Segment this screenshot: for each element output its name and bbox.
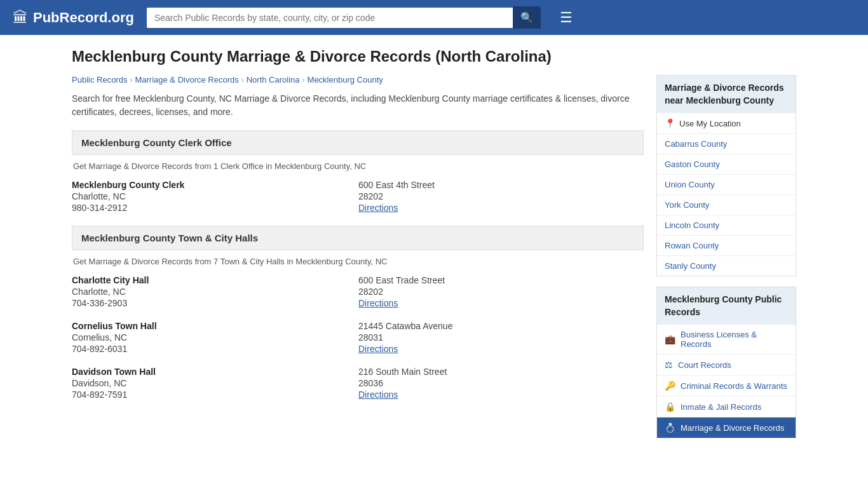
pr-inmate-label: Inmate & Jail Records: [681, 402, 761, 412]
breadcrumb-sep-1: ›: [130, 76, 132, 85]
pr-marriage-label: Marriage & Divorce Records: [681, 423, 784, 433]
breadcrumb: Public Records › Marriage & Divorce Reco…: [72, 75, 644, 85]
public-records-header: Mecklenburg County Public Records: [657, 287, 796, 325]
site-header: 🏛 PubRecord.org 🔍 ☰: [0, 0, 868, 35]
directions-link-1-0[interactable]: Directions: [358, 298, 398, 308]
nearby-header: Marriage & Divorce Records near Mecklenb…: [657, 76, 796, 113]
record-phone-1-0: 704-336-2903: [72, 298, 357, 308]
record-entry-cornelius-town-hall: Cornelius Town Hall 21445 Catawba Avenue…: [72, 321, 644, 354]
public-records-list: 💼 Business Licenses & Records ⚖ Court Re…: [657, 325, 796, 438]
menu-button[interactable]: ☰: [560, 11, 573, 25]
search-button[interactable]: 🔍: [513, 6, 541, 29]
criminal-icon: 🔑: [665, 381, 675, 391]
section-townhall: Mecklenburg County Town & City Halls Get…: [72, 226, 644, 400]
nearby-county-rowan[interactable]: Rowan County: [657, 236, 796, 256]
business-icon: 💼: [665, 334, 675, 344]
nearby-county-york[interactable]: York County: [657, 195, 796, 215]
pr-criminal[interactable]: 🔑 Criminal Records & Warrants: [657, 376, 796, 396]
record-city-1-0: Charlotte, NC: [72, 287, 357, 297]
breadcrumb-link-public-records[interactable]: Public Records: [72, 75, 127, 85]
section-header-clerk: Mecklenburg County Clerk Office: [72, 130, 644, 155]
site-logo[interactable]: 🏛 PubRecord.org: [13, 9, 134, 27]
left-content: Public Records › Marriage & Divorce Reco…: [72, 75, 644, 449]
nearby-county-cabarrus[interactable]: Cabarrus County: [657, 134, 796, 154]
pr-court-label: Court Records: [678, 360, 731, 370]
pr-inmate[interactable]: 🔒 Inmate & Jail Records: [657, 396, 796, 417]
record-entry-mecklenburg-clerk: Mecklenburg County Clerk 600 East 4th St…: [72, 180, 644, 213]
nearby-counties-box: Marriage & Divorce Records near Mecklenb…: [656, 75, 796, 276]
record-zip-1-1: 28031: [358, 332, 644, 342]
use-location-label: Use My Location: [679, 119, 741, 128]
section-header-townhall: Mecklenburg County Town & City Halls: [72, 226, 644, 250]
breadcrumb-sep-3: ›: [302, 76, 305, 85]
page-title: Mecklenburg County Marriage & Divorce Re…: [72, 48, 796, 65]
public-records-box: Mecklenburg County Public Records 💼 Busi…: [656, 287, 796, 438]
breadcrumb-link-nc[interactable]: North Carolina: [247, 75, 300, 85]
nearby-county-lincoln[interactable]: Lincoln County: [657, 215, 796, 236]
breadcrumb-link-mecklenburg[interactable]: Mecklenburg County: [308, 75, 383, 85]
record-city-1-2: Davidson, NC: [72, 378, 357, 388]
use-location-item[interactable]: 📍 Use My Location: [657, 113, 796, 134]
section-clerk: Mecklenburg County Clerk Office Get Marr…: [72, 130, 644, 213]
record-name-1-1: Cornelius Town Hall: [72, 321, 357, 331]
pr-business-label: Business Licenses & Records: [681, 330, 788, 349]
record-name-1-0: Charlotte City Hall: [72, 275, 357, 285]
record-address-1-1: 21445 Catawba Avenue: [358, 321, 644, 331]
page-description: Search for free Mecklenburg County, NC M…: [72, 92, 644, 119]
section-desc-clerk: Get Marriage & Divorce Records from 1 Cl…: [72, 161, 644, 171]
record-zip-0-0: 28202: [358, 191, 644, 201]
directions-link-1-1[interactable]: Directions: [358, 344, 398, 354]
record-city-0-0: Charlotte, NC: [72, 191, 357, 201]
pr-business[interactable]: 💼 Business Licenses & Records: [657, 325, 796, 355]
location-pin-icon: 📍: [665, 118, 675, 128]
record-directions-1-2: Directions: [358, 390, 644, 400]
record-phone-1-2: 704-892-7591: [72, 390, 357, 400]
record-zip-1-2: 28036: [358, 378, 644, 388]
nearby-county-union[interactable]: Union County: [657, 175, 796, 195]
breadcrumb-sep-2: ›: [241, 76, 244, 85]
record-address-1-2: 216 South Main Street: [358, 367, 644, 377]
pr-marriage[interactable]: 💍 Marriage & Divorce Records: [657, 417, 796, 438]
record-directions-1-0: Directions: [358, 298, 644, 308]
use-location-link[interactable]: 📍 Use My Location: [657, 113, 796, 133]
pr-court[interactable]: ⚖ Court Records: [657, 355, 796, 376]
court-icon: ⚖: [665, 360, 673, 370]
inmate-icon: 🔒: [665, 402, 675, 412]
record-directions-0-0: Directions: [358, 203, 644, 213]
breadcrumb-link-marriage[interactable]: Marriage & Divorce Records: [135, 75, 238, 85]
record-zip-1-0: 28202: [358, 287, 644, 297]
nearby-counties-list: 📍 Use My Location Cabarrus County Gaston…: [657, 113, 796, 276]
nearby-county-gaston[interactable]: Gaston County: [657, 154, 796, 175]
record-address-1-0: 600 East Trade Street: [358, 275, 644, 285]
pr-criminal-label: Criminal Records & Warrants: [681, 381, 787, 391]
content-layout: Public Records › Marriage & Divorce Reco…: [72, 75, 796, 449]
record-phone-1-1: 704-892-6031: [72, 344, 357, 354]
hamburger-icon: ☰: [560, 10, 573, 25]
marriage-icon: 💍: [665, 423, 675, 433]
record-phone-0-0: 980-314-2912: [72, 203, 357, 213]
search-container: 🔍: [147, 6, 541, 29]
record-address-0-0: 600 East 4th Street: [358, 180, 644, 190]
right-sidebar: Marriage & Divorce Records near Mecklenb…: [656, 75, 796, 449]
main-wrapper: Mecklenburg County Marriage & Divorce Re…: [59, 35, 809, 461]
directions-link-0-0[interactable]: Directions: [358, 203, 398, 213]
record-city-1-1: Cornelius, NC: [72, 332, 357, 342]
directions-link-1-2[interactable]: Directions: [358, 390, 398, 400]
record-entry-charlotte-city-hall: Charlotte City Hall 600 East Trade Stree…: [72, 275, 644, 308]
record-directions-1-1: Directions: [358, 344, 644, 354]
search-icon: 🔍: [520, 12, 533, 23]
record-name-0-0: Mecklenburg County Clerk: [72, 180, 357, 190]
search-input[interactable]: [147, 8, 513, 28]
logo-text: PubRecord.org: [33, 10, 134, 26]
nearby-county-stanly[interactable]: Stanly County: [657, 256, 796, 276]
section-desc-townhall: Get Marriage & Divorce Records from 7 To…: [72, 257, 644, 266]
logo-icon: 🏛: [13, 9, 28, 27]
record-name-1-2: Davidson Town Hall: [72, 367, 357, 377]
record-entry-davidson-town-hall: Davidson Town Hall 216 South Main Street…: [72, 367, 644, 400]
